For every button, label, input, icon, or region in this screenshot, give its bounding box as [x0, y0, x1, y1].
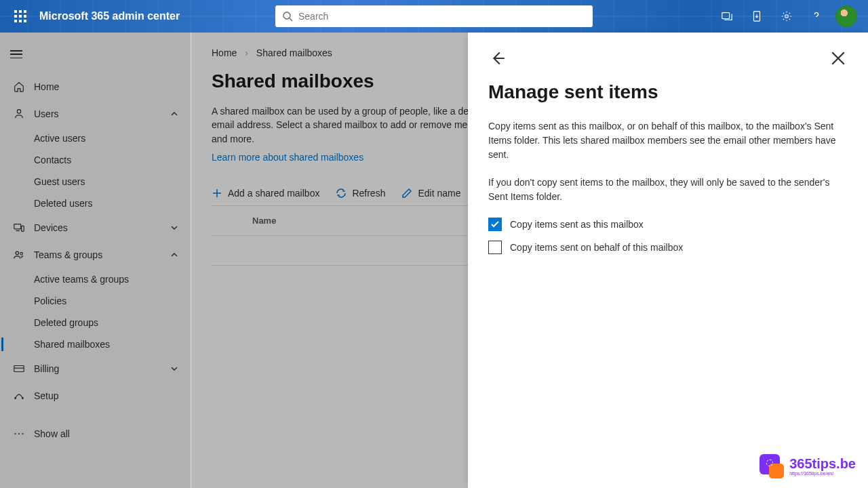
check-icon [490, 220, 500, 229]
nav-billing[interactable]: Billing [0, 355, 191, 382]
svg-point-13 [15, 433, 16, 434]
nav-shared-mailboxes[interactable]: Shared mailboxes [0, 333, 191, 355]
nav-users[interactable]: Users [0, 100, 191, 127]
logo-icon [760, 454, 784, 479]
svg-point-0 [283, 12, 290, 19]
nav-deleted-groups[interactable]: Deleted groups [0, 312, 191, 333]
nav-setup-label: Setup [34, 390, 59, 401]
top-bar: Microsoft 365 admin center [0, 0, 868, 33]
watermark-logo: 365tips.be https://365tips.be/en/ [760, 454, 856, 479]
plus-icon [212, 188, 222, 199]
panel-paragraph-2: If you don't copy sent items to the mail… [488, 176, 848, 204]
svg-rect-7 [22, 226, 24, 231]
user-avatar[interactable] [835, 5, 857, 27]
chevron-down-icon [170, 224, 178, 232]
breadcrumb-current: Shared mailboxes [256, 47, 332, 58]
nav-teams-label: Teams & groups [34, 249, 102, 260]
panel-title: Manage sent items [488, 81, 848, 103]
teams-icon [12, 248, 26, 262]
app-title: Microsoft 365 admin center [39, 10, 180, 22]
panel-back-button[interactable] [488, 49, 507, 68]
ellipsis-icon [12, 427, 26, 441]
chevron-up-icon [170, 251, 178, 259]
add-mailbox-button[interactable]: Add a shared mailbox [212, 188, 319, 199]
menu-icon [10, 50, 22, 58]
settings-icon[interactable] [772, 0, 802, 33]
checkbox-label-1: Copy items sent as this mailbox [510, 219, 644, 230]
nav-guest-users[interactable]: Guest users [0, 171, 191, 192]
svg-point-15 [22, 433, 23, 434]
home-icon [12, 80, 26, 94]
logo-subtext: https://365tips.be/en/ [789, 471, 856, 476]
nav-toggle-button[interactable] [0, 38, 33, 70]
nav-setup[interactable]: Setup [0, 382, 191, 409]
checkbox-input-checked[interactable] [488, 218, 502, 231]
user-icon [12, 107, 26, 121]
svg-point-9 [20, 252, 23, 255]
refresh-icon [336, 188, 347, 199]
checkbox-sent-on-behalf[interactable]: Copy items sent on behalf of this mailbo… [488, 241, 848, 254]
checkbox-label-2: Copy items sent on behalf of this mailbo… [510, 242, 683, 253]
svg-point-5 [17, 110, 20, 113]
chevron-up-icon [170, 110, 178, 118]
learn-more-link[interactable]: Learn more about shared mailboxes [212, 152, 363, 163]
checkbox-input-unchecked[interactable] [488, 241, 502, 254]
search-input[interactable] [298, 11, 586, 22]
checkbox-sent-as[interactable]: Copy items sent as this mailbox [488, 218, 848, 231]
nav-teams[interactable]: Teams & groups [0, 241, 191, 268]
svg-point-4 [785, 15, 789, 18]
app-launcher-button[interactable] [7, 0, 34, 33]
left-nav: Home Users Active users Contacts Guest u… [0, 33, 191, 488]
nav-active-users[interactable]: Active users [0, 127, 191, 149]
column-name[interactable]: Name [252, 216, 276, 226]
nav-show-all-label: Show all [34, 428, 70, 439]
close-icon [829, 49, 848, 68]
svg-line-1 [290, 18, 292, 21]
nav-show-all[interactable]: Show all [0, 420, 191, 447]
panel-close-button[interactable] [829, 49, 848, 68]
nav-devices-label: Devices [34, 222, 68, 233]
nav-contacts[interactable]: Contacts [0, 149, 191, 171]
install-icon[interactable] [742, 0, 772, 33]
svg-point-14 [18, 433, 20, 434]
waffle-icon [14, 10, 26, 22]
nav-users-label: Users [34, 108, 59, 119]
panel-paragraph-1: Copy items sent as this mailbox, or on b… [488, 119, 848, 162]
breadcrumb-home[interactable]: Home [212, 47, 237, 58]
help-icon[interactable] [802, 0, 831, 33]
svg-rect-6 [14, 224, 21, 229]
edit-name-button[interactable]: Edit name [401, 188, 460, 199]
edit-icon [401, 188, 412, 199]
logo-text: 365tips.be [789, 456, 856, 471]
breadcrumb-separator: › [245, 47, 248, 58]
devices-icon [12, 221, 26, 235]
refresh-button[interactable]: Refresh [336, 188, 385, 199]
nav-deleted-users[interactable]: Deleted users [0, 192, 191, 214]
nav-policies[interactable]: Policies [0, 290, 191, 312]
search-box[interactable] [275, 5, 593, 27]
chevron-down-icon [170, 365, 178, 373]
arrow-left-icon [488, 49, 507, 68]
billing-icon [12, 362, 26, 375]
svg-rect-2 [722, 13, 730, 19]
setup-icon [12, 389, 26, 403]
flyout-panel: Manage sent items Copy items sent as thi… [468, 33, 868, 488]
search-icon [282, 11, 293, 22]
nav-home-label: Home [34, 81, 59, 92]
svg-point-8 [16, 251, 19, 255]
nav-active-teams[interactable]: Active teams & groups [0, 268, 191, 290]
svg-rect-10 [14, 366, 24, 372]
nav-home[interactable]: Home [0, 73, 191, 100]
cards-icon[interactable] [712, 0, 742, 33]
nav-devices[interactable]: Devices [0, 214, 191, 241]
nav-billing-label: Billing [34, 363, 59, 374]
